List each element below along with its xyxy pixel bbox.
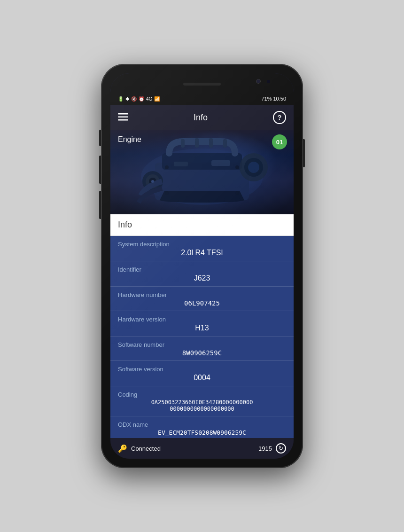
info-row-software-version: Software version 0004 bbox=[110, 361, 294, 386]
svg-point-18 bbox=[165, 165, 169, 169]
engine-section: Engine 01 bbox=[110, 130, 294, 214]
svg-point-19 bbox=[235, 165, 239, 169]
info-row-software-number: Software number 8W0906259C bbox=[110, 336, 294, 361]
front-camera bbox=[256, 79, 261, 84]
signal-icon: 📶 bbox=[154, 96, 160, 102]
hardware-number-label: Hardware number bbox=[118, 291, 286, 298]
app-header: Info ? bbox=[110, 105, 294, 130]
info-row-hardware-version: Hardware version H13 bbox=[110, 311, 294, 336]
info-row-odx-name: ODX name EV_ECM20TFS0208W0906259C bbox=[110, 416, 294, 438]
software-version-value: 0004 bbox=[118, 374, 286, 382]
battery-percent: 71% bbox=[261, 96, 272, 102]
svg-rect-6 bbox=[181, 139, 185, 148]
session-id: 1915 bbox=[258, 445, 272, 452]
connection-label: Connected bbox=[131, 445, 161, 452]
session-info: 1915 ↻ bbox=[258, 443, 286, 454]
svg-rect-8 bbox=[209, 138, 213, 148]
car-icon: 🔑 bbox=[118, 444, 127, 453]
mute-icon: 🔇 bbox=[131, 96, 137, 102]
system-description-label: System description bbox=[118, 241, 286, 248]
svg-rect-9 bbox=[223, 139, 227, 148]
engine-badge: 01 bbox=[272, 134, 287, 149]
help-icon-label: ? bbox=[278, 114, 282, 121]
info-row-coding: Coding 0A25003223660I0E34280000000000 00… bbox=[110, 386, 294, 416]
identifier-value: J623 bbox=[118, 274, 286, 282]
svg-point-21 bbox=[235, 191, 239, 195]
help-button[interactable]: ? bbox=[273, 111, 286, 124]
side-button-vol-down bbox=[99, 191, 101, 219]
iris-scanner bbox=[267, 80, 270, 83]
hardware-version-label: Hardware version bbox=[118, 316, 286, 323]
refresh-button[interactable]: ↻ bbox=[276, 443, 286, 454]
phone-screen: 🔋 ✱ 🔇 ⏰ 4G 📶 71% 10:50 Info bbox=[110, 73, 294, 459]
engine-image bbox=[127, 134, 277, 210]
svg-point-20 bbox=[165, 191, 169, 195]
bluetooth-icon: ✱ bbox=[125, 96, 129, 102]
svg-rect-1 bbox=[118, 116, 128, 117]
software-number-label: Software number bbox=[118, 341, 286, 348]
status-time: 10:50 bbox=[273, 96, 286, 102]
status-bar: 🔋 ✱ 🔇 ⏰ 4G 📶 71% 10:50 bbox=[110, 92, 294, 105]
odx-name-label: ODX name bbox=[118, 421, 286, 428]
coding-label: Coding bbox=[118, 391, 286, 398]
svg-rect-16 bbox=[211, 160, 230, 166]
alarm-icon: ⏰ bbox=[139, 96, 144, 102]
page-title: Info bbox=[194, 113, 208, 123]
svg-rect-2 bbox=[118, 119, 128, 121]
info-body: System description 2.0l R4 TFSI Identifi… bbox=[110, 236, 294, 438]
engine-label: Engine bbox=[118, 135, 141, 144]
connection-status: 🔑 Connected bbox=[118, 444, 161, 453]
odx-name-value: EV_ECM20TFS0208W0906259C bbox=[118, 429, 286, 436]
battery-icon: 🔋 bbox=[118, 96, 124, 102]
svg-rect-0 bbox=[118, 113, 128, 115]
svg-rect-17 bbox=[174, 162, 188, 166]
speaker bbox=[183, 83, 221, 86]
side-button-vol-up bbox=[99, 156, 101, 184]
info-section: Info System description 2.0l R4 TFSI Ide… bbox=[110, 214, 294, 438]
identifier-label: Identifier bbox=[118, 266, 286, 273]
info-row-identifier: Identifier J623 bbox=[110, 261, 294, 287]
menu-icon[interactable] bbox=[118, 112, 128, 123]
status-left-icons: 🔋 ✱ 🔇 ⏰ 4G 📶 bbox=[118, 96, 160, 102]
side-button-mute bbox=[99, 130, 101, 146]
bottom-bar: 🔑 Connected 1915 ↻ bbox=[110, 438, 294, 459]
svg-point-22 bbox=[151, 180, 154, 183]
notch bbox=[110, 73, 294, 92]
network-icon: 4G bbox=[146, 96, 152, 102]
info-section-title: Info bbox=[110, 214, 294, 236]
phone-frame: 🔋 ✱ 🔇 ⏰ 4G 📶 71% 10:50 Info bbox=[101, 64, 303, 468]
info-row-system-description: System description 2.0l R4 TFSI bbox=[110, 236, 294, 261]
hardware-number-value: 06L907425 bbox=[118, 299, 286, 307]
status-right-info: 71% 10:50 bbox=[261, 96, 286, 102]
svg-rect-7 bbox=[195, 138, 199, 148]
hardware-version-value: H13 bbox=[118, 324, 286, 332]
system-description-value: 2.0l R4 TFSI bbox=[118, 249, 286, 257]
coding-value: 0A25003223660I0E34280000000000 000000000… bbox=[118, 399, 286, 412]
software-version-label: Software version bbox=[118, 366, 286, 373]
software-number-value: 8W0906259C bbox=[118, 349, 286, 357]
svg-point-12 bbox=[248, 162, 259, 173]
info-row-hardware-number: Hardware number 06L907425 bbox=[110, 287, 294, 311]
